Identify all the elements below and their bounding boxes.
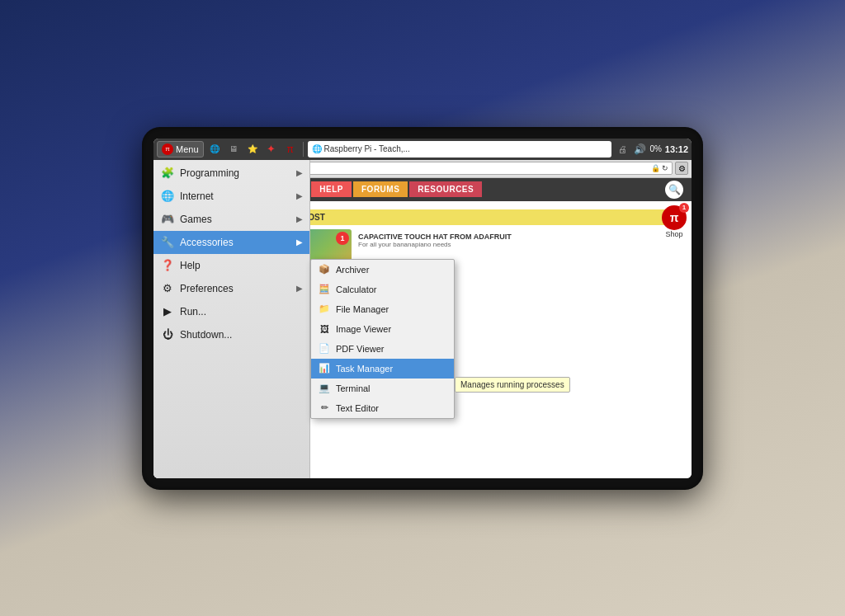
blog-subtitle: For all your bananapiano needs [358, 241, 512, 248]
preferences-icon: ⚙ [160, 281, 175, 296]
shop-label: Shop [665, 230, 682, 238]
submenu-label-image-viewer: Image Viewer [336, 324, 391, 334]
tablet-device: π Menu 🌐 🖥 ⭐ ✦ π 🌐 Raspberry Pi - Teach,… [142, 127, 703, 490]
blog-text: CAPACITIVE TOUCH HAT FROM ADAFRUIT For a… [358, 233, 512, 248]
nav-help[interactable]: HELP [311, 181, 352, 197]
menu-button[interactable]: π Menu [157, 141, 204, 158]
shop-area: π 1 Shop [662, 205, 687, 238]
menu-item-label-shutdown: Shutdown... [180, 329, 232, 341]
submenu-file-manager[interactable]: 📁 File Manager [311, 299, 454, 319]
arrow-preferences: ▶ [296, 284, 303, 293]
archiver-icon: 📦 [318, 263, 331, 276]
menu-item-programming[interactable]: 🧩 Programming ▶ [153, 162, 309, 185]
internet-icon: 🌐 [160, 189, 175, 204]
screen: π Menu 🌐 🖥 ⭐ ✦ π 🌐 Raspberry Pi - Teach,… [153, 139, 692, 478]
text-editor-icon: ✏ [318, 402, 331, 415]
menu-label: Menu [176, 144, 199, 154]
submenu-terminal[interactable]: 💻 Terminal [311, 379, 454, 398]
submenu-image-viewer[interactable]: 🖼 Image Viewer [311, 319, 454, 339]
browser-tab[interactable]: 🌐 Raspberry Pi - Teach,... [308, 141, 612, 158]
blog-badge: 1 [336, 232, 349, 245]
arrow-accessories: ▶ [296, 237, 303, 247]
main-menu: 🧩 Programming ▶ 🌐 Internet ▶ 🎮 Games ▶ 🔧… [153, 160, 310, 478]
accessories-icon: 🔧 [160, 235, 175, 250]
submenu-label-pdf-viewer: PDF Viewer [336, 344, 384, 354]
submenu-label-text-editor: Text Editor [336, 403, 379, 413]
submenu-text-editor[interactable]: ✏ Text Editor [311, 398, 454, 418]
menu-item-games[interactable]: 🎮 Games ▶ [153, 208, 309, 231]
search-button[interactable]: 🔍 [665, 181, 683, 199]
menu-item-label-games: Games [180, 214, 212, 225]
menu-item-preferences[interactable]: ⚙ Preferences ▶ [153, 277, 309, 300]
help-icon: ❓ [160, 258, 175, 273]
volume-pct: 0% [649, 144, 661, 153]
shop-badge: 1 [679, 203, 689, 213]
games-icon: 🎮 [160, 212, 175, 227]
menu-item-label-run: Run... [180, 306, 206, 317]
menu-item-run[interactable]: ▶ Run... [153, 300, 309, 323]
menu-item-label-internet: Internet [180, 190, 214, 202]
arrow-internet: ▶ [296, 191, 303, 200]
submenu-task-manager[interactable]: 📊 Task Manager [311, 359, 454, 379]
tooltip-text: Manages running processes [460, 380, 564, 389]
submenu-calculator[interactable]: 🧮 Calculator [311, 280, 454, 299]
submenu-label-archiver: Archiver [336, 265, 369, 275]
menu-item-label-preferences: Preferences [180, 283, 234, 294]
star-icon[interactable]: ⭐ [244, 141, 261, 158]
menu-item-internet[interactable]: 🌐 Internet ▶ [153, 185, 309, 208]
menu-item-label-accessories: Accessories [180, 237, 234, 248]
pdf-viewer-icon: 📄 [318, 342, 331, 355]
tooltip-task-manager: Manages running processes [455, 377, 570, 393]
printer-icon[interactable]: 🖨 [614, 141, 630, 158]
submenu-label-file-manager: File Manager [336, 304, 389, 314]
taskbar-right: 🖨 🔊 0% 13:12 [614, 141, 688, 158]
clock: 13:12 [665, 144, 688, 154]
shop-pi-logo[interactable]: π 1 [662, 205, 687, 230]
menu-item-help[interactable]: ❓ Help [153, 254, 309, 277]
submenu-label-task-manager: Task Manager [336, 364, 393, 374]
menu-item-shutdown[interactable]: ⏻ Shutdown... [153, 323, 309, 346]
red-icon[interactable]: ✦ [263, 141, 280, 158]
submenu-label-calculator: Calculator [336, 284, 377, 294]
calculator-icon: 🧮 [318, 283, 331, 296]
image-viewer-icon: 🖼 [318, 322, 331, 336]
submenu-archiver[interactable]: 📦 Archiver [311, 260, 454, 280]
blog-title: CAPACITIVE TOUCH HAT FROM ADAFRUIT [358, 233, 512, 241]
separator [303, 142, 304, 157]
programming-icon: 🧩 [160, 166, 175, 181]
submenu-pdf-viewer[interactable]: 📄 PDF Viewer [311, 339, 454, 359]
terminal-icon: 💻 [318, 382, 331, 395]
menu-item-accessories[interactable]: 🔧 Accessories ▶ [153, 231, 309, 254]
browser-tab-label: Raspberry Pi - Teach,... [324, 144, 410, 153]
accessories-submenu: 📦 Archiver 🧮 Calculator 📁 File Manager 🖼… [310, 259, 455, 419]
settings-button[interactable]: ⚙ [675, 162, 688, 175]
nav-resources[interactable]: RESOURCES [409, 181, 482, 197]
monitor-icon[interactable]: 🖥 [225, 141, 242, 158]
menu-item-label-programming: Programming [180, 167, 239, 179]
arrow-programming: ▶ [296, 168, 303, 177]
nav-forums[interactable]: FORUMS [353, 181, 408, 197]
pi-taskbar-icon[interactable]: π [282, 141, 299, 158]
arrow-games: ▶ [296, 214, 303, 223]
file-manager-icon: 📁 [318, 303, 331, 316]
run-icon: ▶ [160, 304, 175, 319]
main-area: ◀ ▶ raspberrypi.org/ 🔒 ↻ ⚙ DOWNLOADS COM… [153, 160, 692, 478]
shutdown-icon: ⏻ [160, 327, 175, 342]
globe-icon[interactable]: 🌐 [206, 141, 223, 158]
volume-icon[interactable]: 🔊 [634, 143, 646, 155]
pi-logo-icon: π [162, 143, 173, 155]
submenu-label-terminal: Terminal [336, 383, 371, 393]
taskbar: π Menu 🌐 🖥 ⭐ ✦ π 🌐 Raspberry Pi - Teach,… [153, 139, 692, 160]
menu-item-label-help: Help [180, 260, 201, 271]
task-manager-icon: 📊 [318, 362, 331, 375]
